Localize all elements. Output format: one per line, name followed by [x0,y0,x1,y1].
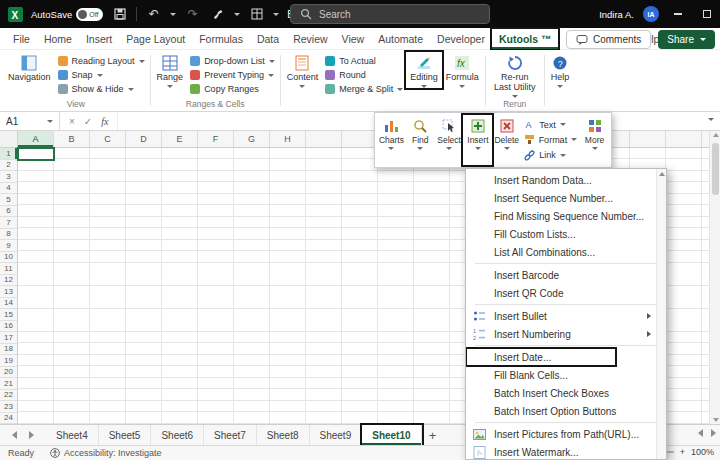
row-header-10[interactable]: 10 [0,252,17,264]
column-header-e[interactable]: E [162,131,198,147]
sheet-tab-sheet6[interactable]: Sheet6 [151,425,204,445]
prevent-typing-button[interactable]: Prevent Typing [190,69,275,81]
format-painter-icon[interactable] [209,6,226,23]
row-header-14[interactable]: 14 [0,298,17,310]
minimize-button[interactable] [668,4,688,24]
avatar[interactable]: IA [643,6,659,22]
new-sheet-button[interactable]: + [422,425,444,445]
row-header-16[interactable]: 16 [0,321,17,333]
sheet-tab-sheet9[interactable]: Sheet9 [310,425,363,445]
table-style-icon[interactable] [248,6,265,23]
reading-layout-button[interactable]: Reading Layout [58,55,145,67]
row-header-12[interactable]: 12 [0,275,17,287]
charts-button[interactable]: Charts [377,115,406,165]
row-header-20[interactable]: 20 [0,367,17,379]
row-header-8[interactable]: 8 [0,229,17,241]
vertical-scrollbar[interactable] [709,131,720,424]
column-header-d[interactable]: D [126,131,162,147]
previous-sheet-icon[interactable] [12,431,17,439]
autosave-toggle[interactable]: AutoSave Off [31,8,103,21]
dropdown-list-button[interactable]: Drop-down List [190,55,275,67]
navigation-button[interactable]: Navigation [4,52,55,83]
column-header-g[interactable]: G [234,131,270,147]
search-input[interactable]: Search [290,4,490,24]
cancel-icon[interactable]: × [69,116,75,127]
content-button[interactable]: Content [283,52,323,88]
scroll-right-icon[interactable] [711,429,716,437]
row-header-6[interactable]: 6 [0,206,17,218]
name-box[interactable]: A1 [0,112,60,130]
row-header-17[interactable]: 17 [0,332,17,344]
column-header[interactable] [666,131,702,147]
column-header[interactable] [630,131,666,147]
column-header-b[interactable]: B [54,131,90,147]
row-header-4[interactable]: 4 [0,183,17,195]
menu-scrollbar[interactable] [656,169,666,459]
user-name[interactable]: Indira A. [599,9,634,20]
select-all-corner[interactable] [0,131,18,148]
text-button[interactable]: A Text [524,119,577,130]
column-header[interactable] [342,131,378,147]
scroll-left-icon[interactable] [698,429,703,437]
row-header-24[interactable]: 24 [0,413,17,425]
chevron-down-icon[interactable] [234,13,240,16]
column-header-f[interactable]: F [198,131,234,147]
row-header-22[interactable]: 22 [0,390,17,402]
scroll-down-icon[interactable] [713,418,719,422]
row-header-1[interactable]: 1 [0,148,17,160]
select-button[interactable]: Select [435,115,464,165]
format-button[interactable]: Format [524,134,577,145]
ribbon-tab-kutools[interactable]: Kutools ™ [492,29,559,49]
merge-split-button[interactable]: Merge & Split [325,83,403,95]
row-header-5[interactable]: 5 [0,194,17,206]
copy-ranges-button[interactable]: Copy Ranges [190,83,275,95]
menu-item-insert-qr-code[interactable]: Insert QR Code [466,284,655,302]
ribbon-tab-file[interactable]: File [6,29,37,49]
delete-button[interactable]: Delete [492,115,521,165]
menu-item-insert-barcode[interactable]: Insert Barcode [466,266,655,284]
ribbon-tab-insert[interactable]: Insert [79,29,119,49]
scroll-thumb[interactable] [712,143,719,195]
column-header-c[interactable]: C [90,131,126,147]
menu-item-insert-random-data[interactable]: Insert Random Data... [466,171,655,189]
row-header-3[interactable]: 3 [0,171,17,183]
save-icon[interactable] [111,6,128,23]
share-button[interactable]: Share [658,30,715,49]
row-header-18[interactable]: 18 [0,344,17,356]
comments-button[interactable]: Comments [566,30,651,49]
ribbon-tab-page-layout[interactable]: Page Layout [119,29,192,49]
ribbon-tab-developer[interactable]: Developer [430,29,492,49]
sheet-tab-sheet4[interactable]: Sheet4 [46,425,99,445]
rerun-last-utility-button[interactable]: Re-run Last Utility [488,52,542,98]
column-header-h[interactable]: H [270,131,306,147]
menu-item-insert-bullet[interactable]: Insert Bullet [466,307,655,325]
sheet-tab-sheet8[interactable]: Sheet8 [257,425,310,445]
menu-item-fill-custom-lists[interactable]: Fill Custom Lists... [466,225,655,243]
range-button[interactable]: Range [153,52,188,88]
zoom-level[interactable]: 100% [691,447,714,457]
row-header-2[interactable]: 2 [0,160,17,172]
row-header-7[interactable]: 7 [0,217,17,229]
ribbon-tab-data[interactable]: Data [250,29,286,49]
insert-function-icon[interactable]: fx [101,116,108,127]
zoom-in-button[interactable]: + [680,447,685,457]
ribbon-tab-automate[interactable]: Automate [371,29,430,49]
column-header-a[interactable]: A [18,131,54,147]
insert-button[interactable]: Insert [463,115,492,165]
scroll-up-icon[interactable] [713,133,719,137]
more-button[interactable]: More [580,115,609,165]
sheet-tab-sheet7[interactable]: Sheet7 [204,425,257,445]
show-hide-button[interactable]: Show & Hide [58,83,145,95]
to-actual-button[interactable]: To Actual [325,55,403,67]
menu-item-insert-date[interactable]: Insert Date... [466,348,616,366]
menu-item-insert-numbering[interactable]: 12Insert Numbering [466,325,655,343]
find-button[interactable]: Find [406,115,435,165]
chevron-down-icon[interactable] [273,13,279,16]
menu-item-find-missing-sequence-number[interactable]: Find Missing Sequence Number... [466,207,655,225]
menu-item-batch-insert-option-buttons[interactable]: Batch Insert Option Buttons [466,402,655,420]
chevron-down-icon[interactable] [170,13,176,16]
row-header-15[interactable]: 15 [0,309,17,321]
snap-button[interactable]: Snap [58,69,145,81]
row-header-13[interactable]: 13 [0,286,17,298]
column-header[interactable] [306,131,342,147]
